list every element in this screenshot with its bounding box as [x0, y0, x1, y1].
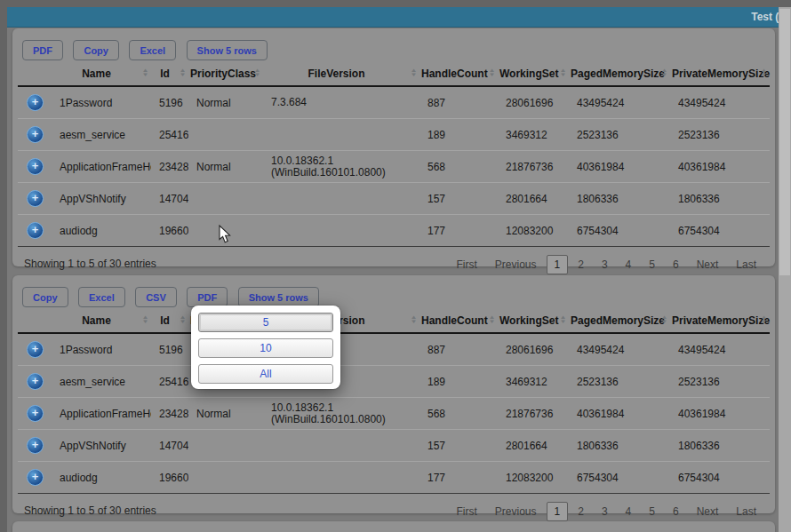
show-rows-button[interactable]: Show 5 rows [187, 40, 268, 60]
table-row: +AppVShNotify147041572801664180633618063… [18, 183, 770, 215]
pagination-page-4[interactable]: 4 [618, 503, 640, 520]
column-header-name[interactable]: Name▲▼ [52, 311, 151, 333]
table-footer-2: Showing 1 to 5 of 30 entries FirstPrevio… [12, 494, 775, 521]
pagination-page-2[interactable]: 2 [570, 256, 592, 274]
pagination-page-2[interactable]: 2 [570, 503, 592, 520]
pagination-page-1[interactable]: 1 [547, 255, 569, 274]
cell-name: audiodg [52, 462, 151, 494]
pagination-page-6[interactable]: 6 [665, 503, 687, 520]
pagination-first[interactable]: First [448, 503, 484, 520]
cell-priority: Normal [188, 398, 263, 430]
cell-handles: 887 [419, 86, 498, 119]
pagination-previous[interactable]: Previous [487, 503, 545, 520]
navbar-title-text: Test ( [751, 11, 779, 23]
cell-name: ApplicationFrameHost [52, 151, 151, 183]
column-header-workingset[interactable]: WorkingSet▲▼ [498, 311, 569, 333]
showing-entries-label: Showing 1 to 5 of 30 entries [24, 502, 156, 517]
expand-row-button[interactable]: + [27, 158, 44, 175]
sort-arrows-icon: ▲▼ [179, 68, 187, 77]
column-header-id[interactable]: Id▲▼ [151, 64, 188, 86]
pagination-last[interactable]: Last [728, 256, 764, 274]
cell-paged: 1806336 [569, 430, 670, 462]
table-row: +1Password5196Normal7.3.6848872806169643… [18, 333, 770, 366]
expand-row-button[interactable]: + [27, 405, 44, 422]
column-header-id[interactable]: Id▲▼ [151, 311, 188, 333]
table-header-row: Name▲▼Id▲▼PriorityClass▲▼FileVersion▲▼Ha… [18, 64, 770, 86]
cell-handles: 189 [419, 366, 498, 398]
column-header-pagedmemorysize[interactable]: PagedMemorySize▲▼ [569, 311, 670, 333]
cell-paged: 2523136 [569, 366, 670, 398]
pdf-button[interactable]: PDF [22, 40, 63, 60]
cell-workingSet: 28061696 [498, 333, 569, 366]
cell-workingSet: 2801664 [498, 430, 569, 462]
navbar: Test (H [7, 7, 791, 28]
column-label: HandleCount [421, 314, 488, 327]
pagination-first[interactable]: First [448, 256, 484, 274]
pagination-page-5[interactable]: 5 [641, 503, 663, 520]
expand-cell: + [18, 215, 52, 247]
pagination-page-1[interactable]: 1 [547, 502, 569, 521]
pagination-page-6[interactable]: 6 [665, 256, 687, 274]
column-label: Id [160, 67, 170, 80]
column-header-handlecount[interactable]: HandleCount▲▼ [419, 64, 498, 86]
expand-row-button[interactable]: + [27, 437, 44, 454]
cell-id: 19660 [151, 215, 188, 247]
pagination-page-5[interactable]: 5 [641, 256, 663, 274]
table-row: +audiodg196601771208320067543046754304 [18, 462, 770, 494]
cell-handles: 157 [419, 430, 498, 462]
cell-name: aesm_service [52, 119, 151, 151]
column-header-priorityclass[interactable]: PriorityClass▲▼ [188, 64, 263, 86]
pagination-next[interactable]: Next [689, 503, 727, 520]
pagination-page-4[interactable]: 4 [618, 256, 640, 274]
copy-button[interactable]: Copy [22, 287, 68, 307]
cell-handles: 189 [419, 119, 498, 151]
scrollbar-thumb[interactable] [779, 9, 790, 275]
expand-row-button[interactable]: + [27, 222, 44, 239]
expand-row-button[interactable]: + [27, 94, 44, 111]
table-row: +audiodg196601771208320067543046754304 [18, 215, 770, 247]
page-length-option-10[interactable]: 10 [198, 338, 333, 358]
column-header-pagedmemorysize[interactable]: PagedMemorySize▲▼ [569, 64, 670, 86]
cell-private: 43495424 [670, 86, 770, 119]
pagination-last[interactable]: Last [728, 503, 764, 520]
pdf-button[interactable]: PDF [187, 287, 228, 307]
excel-button[interactable]: Excel [78, 287, 125, 307]
column-header-name[interactable]: Name▲▼ [52, 64, 151, 86]
column-header-privatememorysize[interactable]: PrivateMemorySize▲▼ [670, 64, 770, 86]
cell-private: 2523136 [670, 119, 770, 151]
cell-id: 14704 [151, 430, 188, 462]
expand-row-button[interactable]: + [27, 126, 44, 143]
pagination-page-3[interactable]: 3 [594, 503, 616, 520]
cell-name: aesm_service [52, 366, 151, 398]
cell-private: 40361984 [670, 398, 770, 430]
cell-workingSet: 3469312 [498, 119, 569, 151]
cell-fileVersion [263, 215, 419, 247]
cell-paged: 6754304 [569, 462, 670, 494]
pagination-page-3[interactable]: 3 [594, 256, 616, 274]
expand-row-button[interactable]: + [27, 190, 44, 207]
show-rows-button[interactable]: Show 5 rows [238, 287, 319, 307]
expand-row-button[interactable]: + [27, 373, 44, 390]
column-header-handlecount[interactable]: HandleCount▲▼ [419, 311, 498, 333]
expand-row-button[interactable]: + [27, 341, 44, 358]
cell-priority: Normal [188, 86, 263, 119]
column-header-fileversion[interactable]: FileVersion▲▼ [263, 64, 419, 86]
csv-button[interactable]: CSV [135, 287, 177, 307]
excel-button[interactable]: Excel [129, 40, 176, 60]
sort-arrows-icon: ▲▼ [141, 68, 149, 77]
copy-button[interactable]: Copy [73, 40, 119, 60]
column-header-privatememorysize[interactable]: PrivateMemorySize▲▼ [670, 311, 770, 333]
column-header-workingset[interactable]: WorkingSet▲▼ [498, 64, 569, 86]
page-length-option-5[interactable]: 5 [198, 313, 333, 332]
pagination-previous[interactable]: Previous [487, 256, 545, 274]
page-length-option-all[interactable]: All [198, 364, 333, 384]
cell-id: 5196 [151, 333, 188, 366]
pagination-next[interactable]: Next [689, 256, 727, 274]
cell-priority [188, 430, 263, 462]
cell-paged: 43495424 [569, 86, 670, 119]
expand-row-button[interactable]: + [27, 469, 44, 486]
cell-private: 6754304 [670, 215, 770, 247]
cell-fileVersion [263, 430, 419, 462]
cell-handles: 568 [419, 398, 498, 430]
column-label: Name [82, 67, 111, 80]
